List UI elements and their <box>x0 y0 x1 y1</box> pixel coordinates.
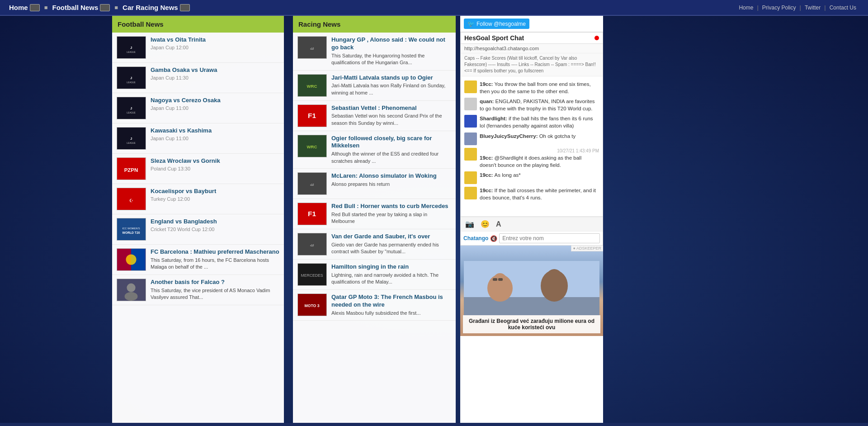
racing-news-item[interactable]: WRC Jari-Matti Latvala stands up to Ogie… <box>293 71 456 101</box>
racing-thumb-4: 🏎 <box>297 172 327 195</box>
racing-news-item[interactable]: 🏎 Van der Garde and Sauber, it's over Gi… <box>293 229 456 260</box>
football-title-5[interactable]: Kocaelispor vs Bayburt <box>151 188 279 195</box>
racing-title-6[interactable]: Van der Garde and Sauber, it's over <box>331 233 451 241</box>
svg-text:WRC: WRC <box>307 83 317 88</box>
football-news-item[interactable]: PZPN Sleza Wroclaw vs Gornik Poland Cup … <box>112 154 284 184</box>
text-format-button[interactable]: A <box>494 219 503 229</box>
football-title-1[interactable]: Gamba Osaka vs Urawa <box>151 66 279 74</box>
svg-rect-44 <box>464 297 599 315</box>
racing-news-item[interactable]: MOTO 3 Qatar GP Moto 3: The French Masbo… <box>293 290 456 321</box>
football-title-7[interactable]: FC Barcelona : Mathieu preferred Mascher… <box>151 248 279 256</box>
racing-news-item[interactable]: MERCEDES Hamilton singing in the rain Li… <box>293 260 456 290</box>
football-news-item[interactable]: ☪ Kocaelispor vs Bayburt Turkey Cup 12:0… <box>112 184 284 214</box>
nav-football[interactable]: Football News <box>52 4 110 11</box>
racing-text-1: Jari-Matti Latvala stands up to Ogier Ja… <box>331 74 451 97</box>
football-title-0[interactable]: Iwata vs Oita Trinita <box>151 36 279 44</box>
racing-title-3[interactable]: Ogier followed closely, big scare for Mi… <box>331 135 451 150</box>
svg-text:WRC: WRC <box>307 144 317 149</box>
top-navigation: Home ■ Football News ■ Car Racing News H… <box>0 0 868 16</box>
mute-button[interactable]: 🔇 <box>490 235 497 242</box>
chat-url: http://hesgoalchat3.chatango.com <box>461 44 603 53</box>
football-news-item[interactable]: J LEAGUE Kawasaki vs Kashima Japan Cup 1… <box>112 123 284 154</box>
football-title-2[interactable]: Nagoya vs Cerezo Osaka <box>151 97 279 104</box>
chat-avatar-3 <box>464 133 477 145</box>
chatango-label: Chatango <box>463 235 488 241</box>
football-desc-7: This Saturday, from 16 hours, the FC Bar… <box>151 257 279 271</box>
nav-right-contact[interactable]: Contact Us <box>827 5 859 11</box>
chat-message: quan: ENGLAND, PAKISTAN, INDIA are favor… <box>461 96 603 114</box>
ad-section: ● ADSKEEPER <box>460 246 603 354</box>
racing-thumb-3: WRC <box>297 135 327 157</box>
football-meta-0: Japan Cup 12:00 <box>151 45 279 50</box>
svg-text:LEAGUE: LEAGUE <box>127 142 135 144</box>
football-meta-2: Japan Cup 11:00 <box>151 105 279 111</box>
nav-right-home[interactable]: Home <box>736 5 756 11</box>
chat-messages-area[interactable]: 19cc: You throw the ball from one end si… <box>461 76 603 217</box>
racing-title-4[interactable]: McLaren: Alonso simulator in Woking <box>331 172 451 180</box>
chat-username-0: 19cc: <box>480 81 495 87</box>
nav-racing[interactable]: Car Racing News <box>123 4 190 11</box>
football-thumb-0: J LEAGUE <box>117 36 146 59</box>
racing-title-8[interactable]: Qatar GP Moto 3: The French Masbou is ne… <box>331 293 451 309</box>
svg-text:PZPN: PZPN <box>124 167 138 173</box>
football-title-6[interactable]: England vs Bangladesh <box>151 218 279 226</box>
nav-right: Home | Privacy Policy | Twitter | Contac… <box>736 4 859 11</box>
football-news-item[interactable]: Another basis for Falcao ? This Saturday… <box>112 275 284 305</box>
chat-text-3: Oh ok gotcha ty <box>539 133 576 139</box>
football-title-8[interactable]: Another basis for Falcao ? <box>151 279 279 286</box>
racing-text-5: Red Bull : Horner wants to curb Mercedes… <box>331 203 451 225</box>
racing-news-item[interactable]: 🏎 Hungary GP , Alonso said : We could no… <box>293 33 456 71</box>
football-news-item[interactable]: ICC WOMEN'S WORLD T20 England vs Banglad… <box>112 214 284 245</box>
svg-rect-48 <box>498 278 503 281</box>
racing-news-item[interactable]: WRC Ogier followed closely, big scare fo… <box>293 131 456 169</box>
racing-news-item[interactable]: F1 Sebastian Vettel : Phenomenal Sebasti… <box>293 101 456 131</box>
emoji-icon-button[interactable]: 😊 <box>479 219 491 229</box>
svg-text:J: J <box>130 137 132 141</box>
football-meta-6: Cricket T20 World Cup 12:00 <box>151 227 279 232</box>
nav-right-privacy[interactable]: Privacy Policy <box>760 5 799 11</box>
chat-username-2: Shardlight: <box>480 116 509 121</box>
racing-title-7[interactable]: Hamilton singing in the rain <box>331 263 451 271</box>
racing-thumb-8: MOTO 3 <box>297 293 327 316</box>
football-desc-8: This Saturday, the vice president of AS … <box>151 287 279 301</box>
svg-point-23 <box>127 284 135 292</box>
racing-title-5[interactable]: Red Bull : Horner wants to curb Mercedes <box>331 203 451 210</box>
football-news-item[interactable]: FC Barcelona : Mathieu preferred Mascher… <box>112 245 284 275</box>
chat-msg-body-5: 19cc: As long as* <box>480 171 599 179</box>
nav-home[interactable]: Home <box>9 4 40 11</box>
svg-text:MERCEDES: MERCEDES <box>301 273 323 278</box>
svg-text:MOTO 3: MOTO 3 <box>305 303 320 308</box>
racing-column: Racing News 🏎 Hungary GP , Alonso said :… <box>293 16 456 423</box>
football-title-4[interactable]: Sleza Wroclaw vs Gornik <box>151 157 279 165</box>
nav-right-twitter[interactable]: Twitter <box>802 5 823 11</box>
chat-name-input[interactable] <box>499 233 600 243</box>
football-thumb-6: ICC WOMEN'S WORLD T20 <box>117 218 146 241</box>
svg-point-24 <box>125 292 138 301</box>
football-news-item[interactable]: J LEAGUE Gamba Osaka vs Urawa Japan Cup … <box>112 63 284 93</box>
football-news-item[interactable]: J LEAGUE Iwata vs Oita Trinita Japan Cup… <box>112 33 284 63</box>
racing-news-item[interactable]: F1 Red Bull : Horner wants to curb Merce… <box>293 199 456 229</box>
football-thumb-7 <box>117 248 146 271</box>
racing-text-6: Van der Garde and Sauber, it's over Gied… <box>331 233 451 256</box>
chat-msg-body-2: Shardlight: if the ball hits the fans th… <box>480 115 599 129</box>
football-meta-3: Japan Cup 11:00 <box>151 136 279 141</box>
racing-title-2[interactable]: Sebastian Vettel : Phenomenal <box>331 104 451 112</box>
football-title-3[interactable]: Kawasaki vs Kashima <box>151 127 279 135</box>
camera-icon-button[interactable]: 📷 <box>463 219 476 229</box>
racing-title-1[interactable]: Jari-Matti Latvala stands up to Ogier <box>331 74 451 82</box>
twitter-follow-button[interactable]: 🐦 Follow @hesgoalme <box>464 19 529 29</box>
racing-title-0[interactable]: Hungary GP , Alonso said : We could not … <box>331 36 451 52</box>
chat-column: 🐦 Follow @hesgoalme HesGoal Sport Chat h… <box>460 16 603 423</box>
chat-text-5: As long as* <box>495 172 521 178</box>
mid-spacer <box>284 16 293 423</box>
football-label: Football News <box>52 4 99 11</box>
football-news-item[interactable]: J LEAGUE Nagoya vs Cerezo Osaka Japan Cu… <box>112 93 284 123</box>
racing-news-item[interactable]: 🏎 McLaren: Alonso simulator in Woking Al… <box>293 169 456 199</box>
chat-box: HesGoal Sport Chat http://hesgoalchat3.c… <box>460 32 603 246</box>
racing-desc-6: Giedo van der Garde has permanently ende… <box>331 241 451 256</box>
racing-desc-8: Alexis Masbou fully subsidized the first… <box>331 310 451 317</box>
follow-label: Follow @hesgoalme <box>476 21 526 27</box>
left-spacer <box>0 16 112 423</box>
football-text-8: Another basis for Falcao ? This Saturday… <box>151 279 279 301</box>
chat-username-5: 19cc: <box>480 172 495 178</box>
